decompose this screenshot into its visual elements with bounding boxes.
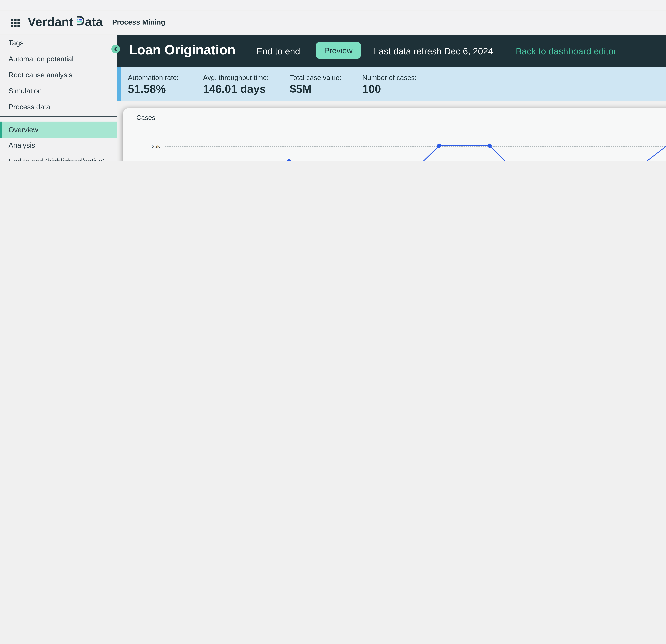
svg-text:35K: 35K [152, 144, 160, 149]
